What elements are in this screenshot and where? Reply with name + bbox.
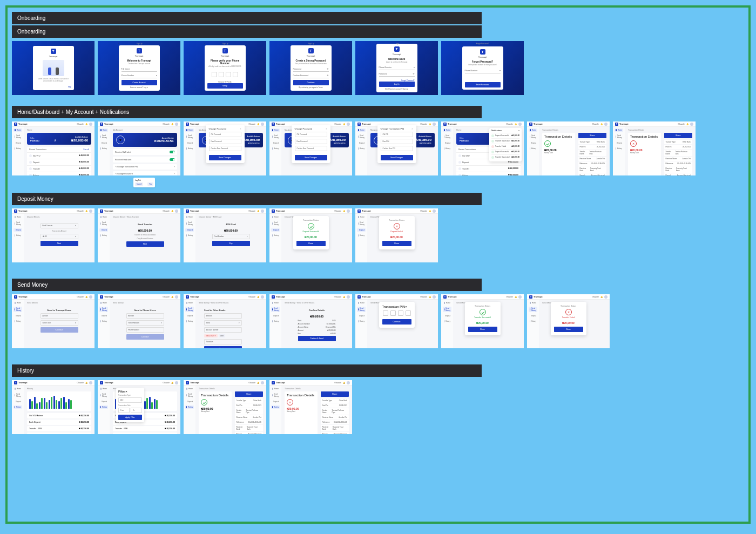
sidebar-item-send[interactable]: Send Money xyxy=(443,134,451,139)
sidebar-item-deposit[interactable]: Deposit xyxy=(99,400,108,403)
sidebar-item-history[interactable]: History xyxy=(529,147,537,150)
eye-icon[interactable]: 👁 xyxy=(327,75,329,77)
next-button[interactable]: Next xyxy=(40,241,78,246)
amount-input[interactable]: Amount xyxy=(126,313,164,319)
sidebar-item-home[interactable]: Home xyxy=(14,387,22,390)
sidebar-item-send[interactable]: Send Money xyxy=(357,134,366,139)
sidebar-item-home[interactable]: Home xyxy=(14,215,22,219)
sidebar-item-home[interactable]: Home xyxy=(443,301,451,305)
sidebar-item-history[interactable]: History xyxy=(185,405,194,409)
sidebar-item-history[interactable]: History xyxy=(99,405,108,409)
create-account-button[interactable]: Create Account xyxy=(122,80,157,85)
sidebar-item-home[interactable]: Home xyxy=(99,215,108,219)
sidebar-item-history[interactable]: History xyxy=(14,147,22,150)
close-icon[interactable]: × xyxy=(326,127,327,130)
sidebar-item-deposit[interactable]: Deposit xyxy=(185,228,194,232)
avatar[interactable] xyxy=(175,381,178,384)
history-row[interactable]: Transfer - GTB₦20,250.00 xyxy=(27,426,91,431)
avatar[interactable] xyxy=(347,209,350,213)
close-icon[interactable]: × xyxy=(405,305,407,308)
card-input[interactable]: Card Number▾ xyxy=(212,234,250,239)
sidebar-item-deposit[interactable]: Deposit xyxy=(14,400,22,403)
avatar[interactable] xyxy=(175,295,178,299)
old-pin-input[interactable]: Old PIN xyxy=(381,132,413,137)
sidebar-item-home[interactable]: Home xyxy=(14,301,22,305)
avatar[interactable] xyxy=(518,123,522,126)
sidebar-item-send[interactable]: Send Money xyxy=(14,307,22,312)
sidebar-item-send[interactable]: Send Money xyxy=(443,307,451,312)
narration-input[interactable]: Narration xyxy=(204,339,242,344)
avatar[interactable] xyxy=(433,209,436,213)
back-icon[interactable]: ‹ xyxy=(205,43,205,45)
next-button[interactable]: Next xyxy=(126,241,164,247)
sidebar-item-home[interactable]: Home xyxy=(185,387,194,390)
sidebar-item-history[interactable]: History xyxy=(185,320,194,323)
sidebar-item-history[interactable]: History xyxy=(99,234,108,237)
add-tag[interactable]: Add xyxy=(219,334,225,337)
cancel-button[interactable]: Cancel xyxy=(135,182,143,186)
tx-row[interactable]: Deposit₦45,000.00 xyxy=(27,159,91,165)
bell-icon[interactable]: 🔔 xyxy=(429,296,431,298)
history-row[interactable]: Transfer - GTB₦20,250.00 xyxy=(113,426,177,431)
avatar[interactable] xyxy=(433,295,436,299)
sidebar-item-send[interactable]: Send Money xyxy=(271,393,280,398)
bell-icon[interactable]: 🔔 xyxy=(686,123,688,125)
close-icon[interactable]: × xyxy=(518,130,519,132)
sidebar-item-deposit[interactable]: Deposit xyxy=(14,314,22,317)
tx-row[interactable]: Transfer₦45,000.00 xyxy=(27,165,91,172)
sidebar-item-send[interactable]: Send Money xyxy=(615,134,623,139)
amount-input[interactable]: Amount xyxy=(204,313,242,319)
sidebar-item-deposit[interactable]: Deposit xyxy=(14,141,22,145)
avatar[interactable] xyxy=(604,295,608,299)
sidebar-item-send[interactable]: Send Money xyxy=(271,134,280,139)
sidebar-item-history[interactable]: History xyxy=(99,147,108,150)
sidebar-item-history[interactable]: History xyxy=(271,234,280,237)
copy-link[interactable]: Copy Account Number xyxy=(137,238,153,240)
sidebar-item-deposit[interactable]: Deposit xyxy=(271,228,280,232)
sidebar-item-send[interactable]: Send Money xyxy=(99,221,108,226)
avatar[interactable] xyxy=(347,381,350,384)
avatar[interactable] xyxy=(433,123,436,126)
otp-inputs[interactable] xyxy=(212,72,238,77)
sidebar-item-history[interactable]: History xyxy=(185,234,194,237)
save-button[interactable]: Save Changes xyxy=(295,155,327,160)
pay-button[interactable]: Pay xyxy=(212,241,250,246)
old-pw-input[interactable]: Old Password xyxy=(295,132,327,137)
close-icon[interactable]: × xyxy=(240,127,241,130)
phone-input[interactable]: Phone Number xyxy=(126,327,164,333)
save-button[interactable]: Save Changes xyxy=(209,155,241,160)
sidebar-item-home[interactable]: Home xyxy=(99,129,108,132)
avatar[interactable] xyxy=(604,123,608,126)
user-select[interactable]: Select User▾ xyxy=(40,320,78,326)
bell-icon[interactable]: 🔔 xyxy=(85,123,87,125)
amount-input[interactable]: ₦0.00▾ xyxy=(40,234,78,239)
bell-icon[interactable]: 🔔 xyxy=(600,123,603,125)
bell-icon[interactable]: 🔔 xyxy=(343,382,345,384)
change-pin-link[interactable]: ✎ Change Transaction PIN› xyxy=(113,164,177,170)
bell-icon[interactable]: 🔔 xyxy=(171,296,173,298)
sidebar-item-deposit[interactable]: Deposit xyxy=(271,314,280,317)
sidebar-item-home[interactable]: Home xyxy=(185,301,194,305)
sidebar-item-history[interactable]: History xyxy=(443,320,451,323)
sidebar-item-deposit[interactable]: Deposit xyxy=(185,314,194,317)
see-all-link[interactable]: See all xyxy=(83,148,89,151)
sidebar-item-deposit[interactable]: Deposit xyxy=(443,314,451,317)
bell-icon[interactable]: 🔔 xyxy=(429,123,431,125)
phone-field[interactable]: Phone Number▾ xyxy=(465,69,501,73)
done-button[interactable]: Done xyxy=(468,327,497,332)
sidebar-item-deposit[interactable]: Deposit xyxy=(357,228,366,232)
sidebar-item-home[interactable]: Home xyxy=(357,301,366,305)
share-button[interactable]: Share xyxy=(321,391,349,397)
sidebar-item-deposit[interactable]: Deposit xyxy=(99,314,108,317)
fullname-field[interactable]: Full Name xyxy=(122,67,157,72)
bell-icon[interactable]: 🔔 xyxy=(257,210,259,212)
share-button[interactable]: Share xyxy=(664,133,693,138)
continue-button[interactable]: Continue xyxy=(126,334,164,340)
bell-icon[interactable]: 🔔 xyxy=(343,210,345,212)
login-link[interactable]: Have an account? Log in xyxy=(130,86,148,89)
sidebar-item-history[interactable]: History xyxy=(271,320,280,323)
avatar[interactable] xyxy=(347,295,350,299)
sidebar-item-send[interactable]: Send Money xyxy=(99,307,108,312)
notification-row[interactable]: Transfer Successful₦45,000.00 xyxy=(491,154,519,160)
history-row[interactable]: Bank Deposit₦20,250.00 xyxy=(27,420,91,425)
